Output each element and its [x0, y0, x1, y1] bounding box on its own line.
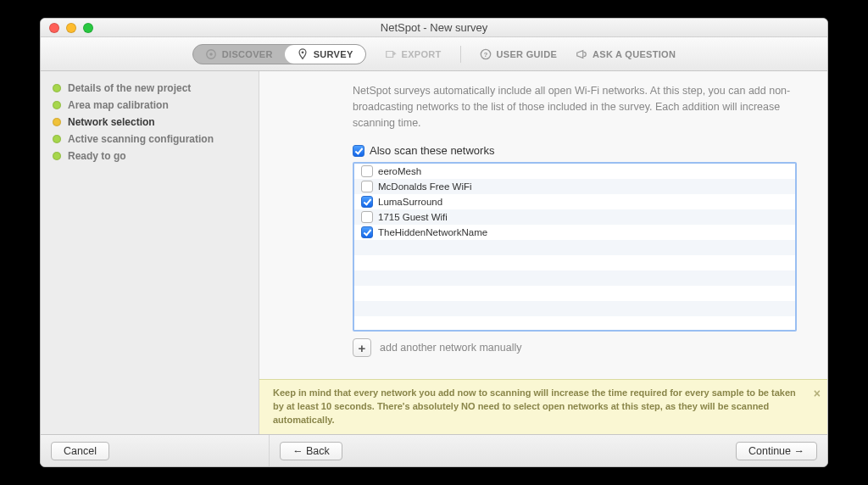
network-row[interactable]	[354, 316, 795, 332]
warning-text: Keep in mind that every network you add …	[273, 387, 796, 425]
network-row[interactable]	[354, 286, 795, 301]
network-checkbox[interactable]	[361, 196, 373, 208]
app-window: NetSpot - New survey DISCOVER SURVEY EXP…	[40, 18, 828, 467]
segment-survey-label: SURVEY	[314, 49, 353, 59]
userguide-button[interactable]: ? USER GUIDE	[480, 48, 557, 60]
network-row[interactable]: eeroMesh	[354, 164, 795, 179]
network-checkbox[interactable]	[361, 226, 373, 238]
continue-button[interactable]: Continue →	[736, 442, 817, 460]
export-icon	[385, 48, 397, 60]
ask-button[interactable]: ASK A QUESTION	[576, 48, 676, 60]
sidebar-item-label: Details of the new project	[68, 82, 191, 94]
userguide-label: USER GUIDE	[497, 49, 557, 59]
help-icon: ?	[480, 48, 492, 60]
mode-segmented-control[interactable]: DISCOVER SURVEY	[192, 44, 366, 64]
segment-discover-label: DISCOVER	[222, 49, 273, 59]
network-name: McDonalds Free WiFi	[378, 181, 472, 192]
back-button[interactable]: ← Back	[280, 442, 342, 460]
cancel-button[interactable]: Cancel	[51, 442, 109, 460]
svg-point-2	[301, 51, 303, 53]
description-text: NetSpot surveys automatically include al…	[259, 71, 827, 139]
step-dot-icon	[53, 152, 61, 160]
network-name: LumaSurround	[378, 197, 442, 207]
network-checkbox[interactable]	[361, 181, 373, 192]
also-scan-checkbox[interactable]	[353, 145, 364, 157]
sidebar-item-label: Network selection	[68, 116, 155, 128]
close-icon[interactable]: ×	[814, 385, 821, 402]
network-row[interactable]: McDonalds Free WiFi	[354, 179, 795, 194]
network-row[interactable]	[354, 270, 795, 286]
sidebar-item-0[interactable]: Details of the new project	[53, 80, 259, 97]
megaphone-icon	[576, 48, 587, 60]
also-scan-label: Also scan these networks	[370, 144, 494, 157]
step-dot-icon	[53, 135, 61, 143]
title-bar: NetSpot - New survey	[41, 19, 827, 37]
toolbar-separator	[460, 46, 461, 63]
main-panel: NetSpot surveys automatically include al…	[259, 71, 827, 434]
export-label: EXPORT	[402, 49, 442, 59]
network-row[interactable]: 1715 Guest Wifi	[354, 209, 795, 225]
sidebar-item-1[interactable]: Area map calibration	[53, 97, 259, 114]
network-list[interactable]: eeroMeshMcDonalds Free WiFiLumaSurround1…	[353, 162, 797, 332]
sidebar-item-label: Ready to go	[68, 150, 126, 162]
network-checkbox[interactable]	[361, 211, 373, 223]
step-dot-icon	[53, 101, 61, 109]
network-row[interactable]	[354, 255, 795, 270]
step-dot-icon	[53, 84, 61, 92]
pin-icon	[297, 48, 309, 60]
toolbar: DISCOVER SURVEY EXPORT ? USER GUIDE	[41, 37, 827, 71]
add-network-row: + add another network manually	[353, 338, 827, 357]
sidebar-item-2[interactable]: Network selection	[53, 114, 259, 131]
step-dot-icon	[53, 118, 61, 126]
ask-label: ASK A QUESTION	[593, 49, 676, 59]
network-row[interactable]: TheHiddenNetworkName	[354, 225, 795, 240]
network-row[interactable]: LumaSurround	[354, 194, 795, 209]
network-checkbox[interactable]	[361, 165, 373, 177]
sidebar-item-3[interactable]: Active scanning configuration	[53, 131, 259, 148]
svg-text:?: ?	[483, 50, 487, 58]
footer-bar: Cancel ← Back Continue →	[41, 434, 827, 466]
add-network-label: add another network manually	[380, 342, 521, 354]
radar-icon	[205, 48, 217, 60]
wizard-sidebar: Details of the new projectArea map calib…	[41, 71, 259, 434]
body: Details of the new projectArea map calib…	[41, 71, 827, 434]
network-name: 1715 Guest Wifi	[378, 212, 448, 222]
sidebar-item-label: Active scanning configuration	[68, 133, 214, 145]
svg-point-1	[209, 53, 213, 56]
network-row[interactable]	[354, 240, 795, 255]
warning-banner: Keep in mind that every network you add …	[259, 379, 827, 434]
segment-survey[interactable]: SURVEY	[285, 45, 365, 64]
also-scan-row[interactable]: Also scan these networks	[353, 144, 827, 157]
sidebar-item-label: Area map calibration	[68, 99, 169, 111]
network-name: eeroMesh	[378, 166, 421, 176]
sidebar-item-4[interactable]: Ready to go	[53, 148, 259, 164]
add-network-button[interactable]: +	[353, 338, 371, 357]
network-row[interactable]	[354, 301, 795, 316]
window-title: NetSpot - New survey	[41, 21, 827, 34]
network-name: TheHiddenNetworkName	[378, 227, 487, 237]
export-button[interactable]: EXPORT	[385, 48, 442, 60]
segment-discover[interactable]: DISCOVER	[193, 45, 285, 64]
